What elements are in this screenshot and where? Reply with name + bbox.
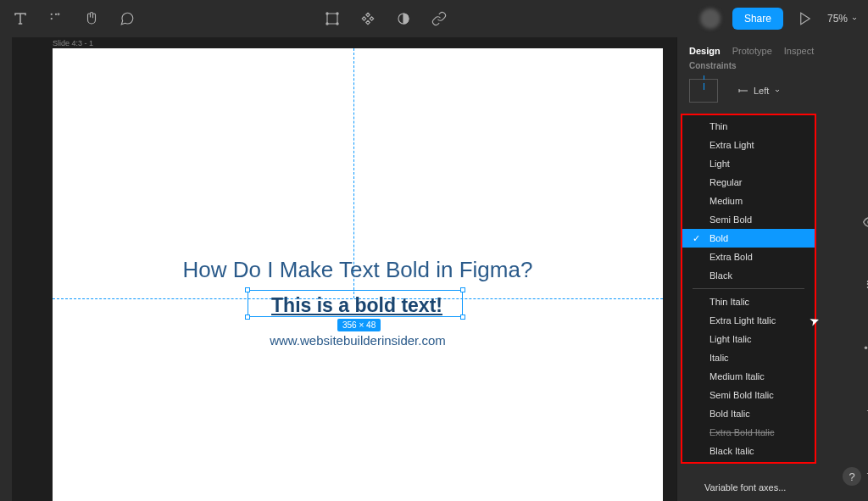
dropdown-divider [693,288,804,289]
font-weight-option[interactable]: Extra Bold [682,248,815,266]
user-avatar[interactable] [700,8,721,29]
font-weight-option[interactable]: Semi Bold [682,210,815,229]
add-icon-2[interactable]: + [863,466,868,480]
constraint-value: Left [754,86,769,96]
settings-dots-icon[interactable]: ⠿ [863,278,868,292]
add-icon-1[interactable]: + [863,404,868,417]
toolbar-left-group [10,8,137,29]
toolbar-center-group [322,8,449,29]
font-weight-option[interactable]: Light [682,154,815,173]
tab-inspect[interactable]: Inspect [784,46,814,56]
panel-side-icons: ⠿ ••• + + [863,215,868,480]
svg-point-1 [55,14,57,15]
help-icon[interactable]: ? [843,467,861,486]
svg-point-7 [337,23,338,25]
more-icon[interactable]: ••• [863,341,868,354]
font-weight-italic-option[interactable]: Italic [682,348,815,367]
selection-box[interactable] [248,290,463,317]
hand-tool-icon[interactable] [81,8,102,29]
constraint-box[interactable] [689,79,718,103]
font-weight-italic-option[interactable]: Extra Bold Italic [682,423,815,442]
mask-icon[interactable] [393,8,414,29]
left-rail [0,37,12,501]
play-icon[interactable] [795,8,815,29]
panel-tabs: Design Prototype Inspect [677,37,868,61]
canvas-title-text[interactable]: How Do I Make Text Bold in Figma? [53,257,663,283]
resources-icon[interactable] [46,8,66,29]
constraint-horizontal[interactable]: Left [738,86,781,96]
svg-point-5 [337,13,338,14]
selection-handle-br[interactable] [460,315,465,320]
top-toolbar: Share 75% [0,0,868,37]
comment-icon[interactable] [117,8,137,29]
variable-font-axes[interactable]: Variable font axes... [704,482,786,493]
svg-point-0 [51,14,53,15]
font-weight-option[interactable]: Medium [682,192,815,210]
canvas-area[interactable]: Slide 4:3 - 1 How Do I Make Text Bold in… [12,37,676,501]
font-weight-option[interactable]: Regular [682,173,815,192]
selection-handle-tr[interactable] [460,287,465,292]
canvas-url-text[interactable]: www.websitebuilderinsider.com [53,333,663,348]
zoom-level[interactable]: 75% [827,13,858,25]
selection-handle-bl[interactable] [245,315,250,320]
right-panel: Design Prototype Inspect Constraints Lef… [676,37,868,501]
visibility-icon[interactable] [863,215,868,229]
font-weight-italic-option[interactable]: Black Italic [682,442,815,460]
edit-object-icon[interactable] [322,8,342,29]
svg-rect-3 [327,14,337,24]
font-weight-italic-option[interactable]: Medium Italic [682,367,815,386]
text-tool-icon[interactable] [10,8,31,29]
component-icon[interactable] [358,8,378,29]
svg-point-6 [326,23,328,25]
font-weight-italic-option[interactable]: Extra Light Italic [682,311,815,330]
font-weight-option[interactable]: Bold [682,229,815,248]
svg-point-2 [51,18,53,19]
tab-prototype[interactable]: Prototype [732,46,772,56]
slide-frame[interactable]: How Do I Make Text Bold in Figma? This i… [53,48,663,501]
svg-point-4 [326,13,328,14]
font-weight-italic-option[interactable]: Light Italic [682,330,815,348]
font-weight-dropdown[interactable]: ThinExtra LightLightRegularMediumSemi Bo… [681,114,816,464]
zoom-value: 75% [827,13,848,25]
constraints-label: Constraints [677,61,868,70]
share-button[interactable]: Share [732,8,783,30]
selection-handle-tl[interactable] [245,287,250,292]
dimensions-badge: 356 × 48 [337,319,381,331]
font-weight-italic-option[interactable]: Bold Italic [682,404,815,423]
font-weight-option[interactable]: Thin [682,117,815,136]
tab-design[interactable]: Design [689,46,721,56]
font-weight-option[interactable]: Black [682,266,815,285]
svg-marker-9 [801,13,810,25]
main-area: Slide 4:3 - 1 How Do I Make Text Bold in… [0,37,868,501]
toolbar-right-group: Share 75% [700,8,858,30]
font-weight-italic-option[interactable]: Thin Italic [682,292,815,311]
slide-label: Slide 4:3 - 1 [53,39,93,47]
link-icon[interactable] [429,8,449,29]
font-weight-italic-option[interactable]: Semi Bold Italic [682,386,815,404]
font-weight-option[interactable]: Extra Light [682,136,815,154]
constraints-row: Left [677,70,868,111]
